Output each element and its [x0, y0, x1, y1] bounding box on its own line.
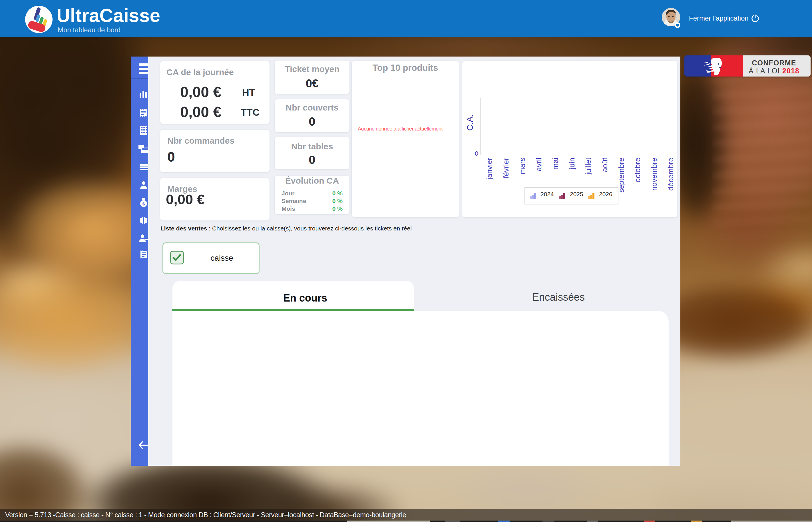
svg-text:$: $ — [142, 201, 145, 206]
